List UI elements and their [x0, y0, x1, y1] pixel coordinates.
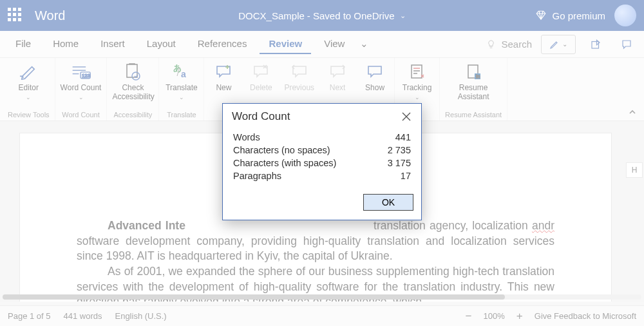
stat-value: 3 175 — [388, 158, 411, 168]
tab-strip: File Home Insert Layout References Revie… — [0, 31, 644, 58]
lightbulb-icon — [486, 39, 496, 49]
dialog-close-button[interactable] — [401, 111, 412, 122]
stat-label: Words — [233, 132, 260, 142]
group-accessibility: Accessibility — [113, 110, 152, 120]
stat-label: Characters (with spaces) — [233, 158, 336, 168]
comments-button[interactable] — [616, 35, 638, 54]
paragraph[interactable]: Advanced Inte translation agency, locali… — [77, 218, 554, 264]
zoom-level[interactable]: 100% — [484, 311, 505, 321]
accessibility-icon — [124, 62, 142, 81]
next-comment-button: Next — [323, 62, 352, 92]
stat-label: Paragraphs — [233, 171, 281, 181]
svg-rect-0 — [592, 41, 599, 48]
tab-view[interactable]: View — [315, 34, 354, 54]
svg-rect-10 — [412, 65, 422, 78]
ribbon-collapse-button[interactable] — [623, 58, 641, 120]
feedback-link[interactable]: Give Feedback to Microsoft — [535, 311, 636, 321]
delete-comment-icon — [252, 64, 269, 79]
status-language[interactable]: English (U.S.) — [115, 311, 166, 321]
svg-text:a: a — [181, 69, 186, 79]
tab-home[interactable]: Home — [44, 34, 88, 54]
share-button[interactable] — [585, 35, 607, 54]
group-review-tools: Review Tools — [8, 110, 50, 120]
diamond-icon — [535, 10, 547, 21]
tab-references[interactable]: References — [189, 34, 256, 54]
status-words[interactable]: 441 words — [64, 311, 102, 321]
new-comment-button[interactable]: New — [209, 62, 238, 92]
close-icon — [401, 111, 412, 122]
share-icon — [590, 39, 601, 50]
stat-value: 17 — [401, 171, 411, 181]
tab-review[interactable]: Review — [260, 34, 311, 54]
check-accessibility-button[interactable]: Check Accessibility — [112, 62, 153, 101]
svg-point-7 — [132, 72, 140, 80]
translate-icon: あa — [172, 63, 191, 80]
zoom-in-button[interactable]: + — [514, 310, 526, 323]
stat-value: 441 — [395, 132, 411, 142]
stat-value: 2 735 — [388, 145, 411, 155]
app-launcher-icon[interactable] — [8, 8, 23, 23]
resume-icon: in — [465, 63, 482, 80]
editor-button[interactable]: Editor⌄ — [14, 62, 43, 101]
new-comment-icon — [215, 64, 232, 79]
go-premium-button[interactable]: Go premium — [535, 10, 605, 21]
group-word-count: Word Count — [62, 110, 100, 120]
status-bar: Page 1 of 5 441 words English (U.S.) − 1… — [0, 305, 644, 326]
previous-comment-button: Previous — [284, 62, 314, 92]
show-comments-icon — [366, 64, 383, 79]
translate-button[interactable]: あa Translate⌄ — [166, 62, 198, 101]
app-name: Word — [35, 8, 65, 23]
header-marker[interactable]: H — [626, 162, 643, 178]
group-translate: Translate — [167, 110, 196, 120]
editing-mode-button[interactable]: ⌄ — [541, 35, 576, 54]
resume-assistant-button[interactable]: in Resume Assistant — [455, 62, 491, 101]
word-count-icon: 123 — [71, 63, 91, 80]
status-page[interactable]: Page 1 of 5 — [8, 311, 51, 321]
word-count-button[interactable]: 123 Word Count⌄ — [61, 62, 102, 101]
tab-insert[interactable]: Insert — [91, 34, 134, 54]
stat-label: Characters (no spaces) — [233, 145, 330, 155]
chevron-up-icon — [628, 108, 637, 117]
chevron-down-icon: ⌄ — [400, 12, 406, 20]
dialog-title: Word Count — [232, 110, 290, 123]
title-bar: Word DOCX_Sample - Saved to OneDrive⌄ Go… — [0, 0, 644, 31]
avatar[interactable] — [614, 5, 636, 26]
tracking-icon — [408, 63, 426, 80]
ok-button[interactable]: OK — [363, 194, 413, 211]
zoom-out-button[interactable]: − — [463, 310, 475, 323]
next-comment-icon — [329, 64, 346, 79]
delete-comment-button: Delete — [247, 62, 275, 92]
pen-icon — [549, 39, 560, 50]
scrollbar-thumb[interactable] — [3, 294, 505, 300]
comment-icon — [621, 39, 632, 50]
tab-overflow[interactable]: ⌄ — [357, 34, 371, 55]
group-resume-assistant: Resume Assistant — [445, 110, 502, 120]
tab-layout[interactable]: Layout — [138, 34, 185, 54]
tab-file[interactable]: File — [6, 34, 40, 54]
search-box[interactable]: Search — [486, 39, 532, 50]
editor-icon — [19, 63, 38, 80]
svg-text:123: 123 — [81, 73, 90, 79]
previous-comment-icon — [291, 64, 308, 79]
tracking-button[interactable]: Tracking⌄ — [402, 62, 432, 101]
show-comments-button[interactable]: Show — [361, 62, 389, 92]
dialog-body: Words441 Characters (no spaces)2 735 Cha… — [223, 128, 421, 186]
word-count-dialog: Word Count Words441 Characters (no space… — [222, 103, 422, 220]
document-title[interactable]: DOCX_Sample - Saved to OneDrive⌄ — [238, 10, 405, 21]
svg-text:in: in — [476, 73, 480, 79]
